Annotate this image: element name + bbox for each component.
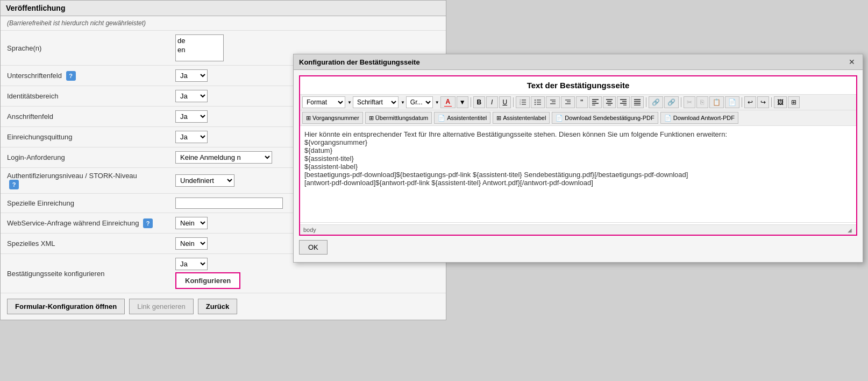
token-antwort-pdf[interactable]: 📄 Download Antwort-PDF xyxy=(660,112,738,124)
svg-rect-2 xyxy=(522,104,526,105)
remove-link-button[interactable]: 🔗 xyxy=(664,96,679,108)
back-button[interactable]: Zurück xyxy=(198,299,237,314)
token-assistentenlabel[interactable]: ⊞ Assistentenlabel xyxy=(493,112,550,124)
svg-rect-20 xyxy=(592,103,599,104)
token-assistententitel[interactable]: 📄 Assistententitel xyxy=(434,112,490,124)
token-vorgangsnummer[interactable]: ⊞ Vorgangsnummer xyxy=(302,112,363,124)
underline-button[interactable]: U xyxy=(499,96,511,108)
justify-icon xyxy=(634,99,641,105)
link-gen-button[interactable]: Link generieren xyxy=(129,299,194,314)
cut-button[interactable]: ✂ xyxy=(684,96,695,108)
align-center-button[interactable] xyxy=(603,96,616,108)
bestaetigung-select[interactable]: Ja xyxy=(175,258,208,270)
login-anforderung-select[interactable]: Keine Anmeldung n xyxy=(175,151,272,164)
insert-image-button[interactable]: 🖼 xyxy=(774,96,787,108)
identitaetsbereich-select[interactable]: Ja xyxy=(175,90,208,102)
webservice-label: WebService-Anfrage während Einreichung xyxy=(7,219,139,227)
token-label: Vorgangsnummer xyxy=(312,115,359,121)
svg-rect-22 xyxy=(606,99,613,100)
svg-rect-23 xyxy=(607,101,611,102)
separator-3 xyxy=(646,97,646,107)
dialog-title: Konfiguration der Bestätigungsseite xyxy=(299,58,420,66)
bestaetigung-label: Bestätigungsseite konfigurieren xyxy=(1,254,173,293)
konfigurieren-button[interactable]: Konfigurieren xyxy=(175,272,240,289)
webservice-select[interactable]: Nein xyxy=(175,217,208,229)
bold-button[interactable]: B xyxy=(473,96,485,108)
paste-text-button[interactable]: 📄 xyxy=(725,96,739,108)
insert-table-button[interactable]: ⊞ xyxy=(788,96,800,108)
help-icon-webservice[interactable]: ? xyxy=(143,218,153,228)
svg-rect-12 xyxy=(550,100,556,101)
editor-wrapper: Text der Bestätigungsseite Format ▼ Schr… xyxy=(299,75,857,236)
copy-button[interactable]: ⎘ xyxy=(696,96,708,108)
format-select[interactable]: Format xyxy=(302,96,345,108)
undo-button[interactable]: ↩ xyxy=(744,96,756,108)
ok-button[interactable]: OK xyxy=(299,240,328,255)
indent-button[interactable] xyxy=(561,96,575,108)
svg-rect-21 xyxy=(592,105,595,106)
svg-rect-26 xyxy=(620,99,627,100)
editor-footer: body ◢ xyxy=(300,224,856,235)
identitaetsbereich-label: Identitätsbereich xyxy=(1,86,173,107)
color-button[interactable]: A xyxy=(440,96,456,108)
align-right-icon xyxy=(620,99,627,105)
editor-tag: body xyxy=(303,227,316,233)
ordered-list-icon: 1 2 3 xyxy=(519,98,527,106)
bottom-buttons: Formular-Konfiguration öffnen Link gener… xyxy=(1,293,446,320)
svg-rect-6 xyxy=(537,100,541,101)
redo-button[interactable]: ↪ xyxy=(757,96,769,108)
token-sendebestaetigung-pdf[interactable]: 📄 Download Sendebestätigung-PDF xyxy=(552,112,658,124)
svg-rect-1 xyxy=(522,102,526,103)
size-dropdown-arrow: ▼ xyxy=(435,100,439,105)
open-config-button[interactable]: Formular-Konfiguration öffnen xyxy=(7,299,125,314)
unordered-list-button[interactable] xyxy=(531,96,545,108)
spezielle-einreichung-input[interactable] xyxy=(175,197,283,209)
svg-rect-17 xyxy=(565,103,571,104)
help-icon[interactable]: ? xyxy=(66,71,76,81)
field-label: Sprache(n) xyxy=(1,31,173,66)
language-box[interactable]: de en xyxy=(175,34,224,61)
text-editor[interactable]: Hier könnte ein entsprechender Text für … xyxy=(300,126,856,223)
align-right-button[interactable] xyxy=(617,96,630,108)
format-dropdown-arrow: ▼ xyxy=(347,100,352,105)
size-select[interactable]: Gr... xyxy=(406,96,433,108)
justify-button[interactable] xyxy=(631,96,644,108)
italic-button[interactable]: I xyxy=(486,96,498,108)
help-icon-auth[interactable]: ? xyxy=(9,180,19,189)
token-uebermittlungsdatum[interactable]: ⊞ Übermittlungsdatum xyxy=(365,112,432,124)
doc-icon: 📄 xyxy=(438,115,445,122)
blockquote-button[interactable]: " xyxy=(576,96,588,108)
paste-button[interactable]: 📋 xyxy=(709,96,724,108)
font-select[interactable]: Schriftart xyxy=(353,96,399,108)
color-dropdown-button[interactable]: ▼ xyxy=(457,96,468,108)
svg-rect-18 xyxy=(592,99,599,100)
token-label: Übermittlungsdatum xyxy=(375,115,428,121)
svg-rect-14 xyxy=(550,103,556,104)
unterschriftenfeld-label: Unterschriftenfeld xyxy=(7,72,62,80)
einreichungsquittung-label: Einreichungsquittung xyxy=(1,127,173,147)
auth-niveau-label: Authentifizierungsniveau / STORK-Niveau xyxy=(7,172,137,180)
ordered-list-button[interactable]: 1 2 3 xyxy=(516,96,530,108)
spezielle-einreichung-label: Spezielle Einreichung xyxy=(1,194,173,213)
left-panel-title: Veröffentlichung xyxy=(1,1,446,16)
svg-rect-7 xyxy=(537,102,541,103)
auth-niveau-select[interactable]: Undefiniert xyxy=(175,174,234,187)
dialog-body: Text der Bestätigungsseite Format ▼ Schr… xyxy=(294,70,863,262)
pdf-icon-1: 📄 xyxy=(556,115,563,122)
einreichungsquittung-select[interactable]: Ja xyxy=(175,131,208,143)
outdent-button[interactable] xyxy=(546,96,560,108)
dialog-close-button[interactable]: ✕ xyxy=(846,58,857,66)
anschriftenfeld-select[interactable]: Ja xyxy=(175,110,208,123)
toolbar-row-1: Format ▼ Schriftart ▼ Gr... ▼ A ▼ xyxy=(300,95,856,110)
grid-icon: ⊞ xyxy=(306,115,311,122)
unterschriftenfeld-select[interactable]: Ja xyxy=(175,69,208,82)
anschriftenfeld-label: Anschriftenfeld xyxy=(1,107,173,127)
svg-rect-31 xyxy=(634,101,641,102)
info-note: (Barrierefreiheit ist hierdurch nicht ge… xyxy=(1,16,446,31)
spezielles-xml-select[interactable]: Nein xyxy=(175,237,208,250)
svg-rect-27 xyxy=(622,101,627,102)
align-left-button[interactable] xyxy=(589,96,602,108)
svg-rect-8 xyxy=(537,104,541,105)
resize-handle[interactable]: ◢ xyxy=(848,227,853,232)
insert-link-button[interactable]: 🔗 xyxy=(649,96,663,108)
